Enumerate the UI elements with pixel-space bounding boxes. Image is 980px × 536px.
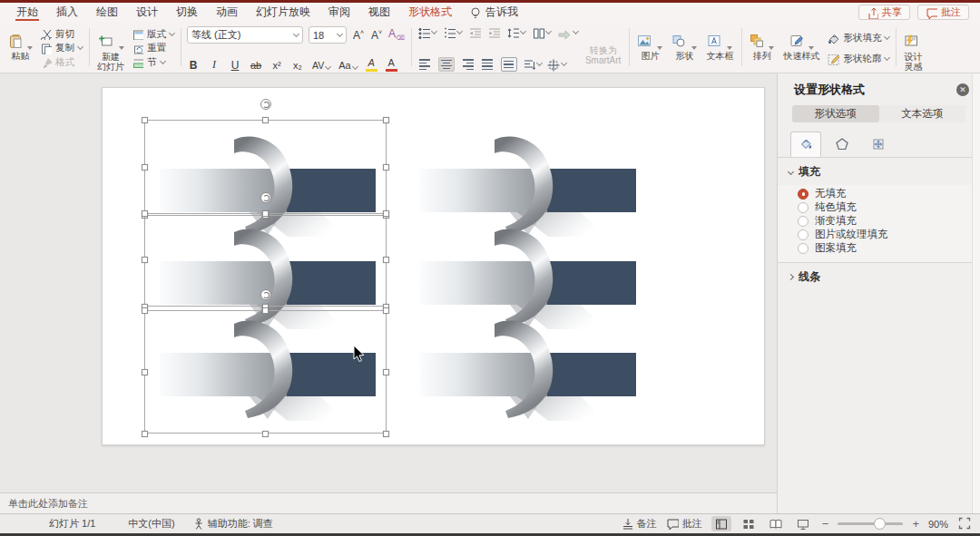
share-button[interactable]: 共享: [858, 5, 910, 20]
highlight-color-button[interactable]: A: [366, 58, 377, 72]
resize-handle[interactable]: [383, 369, 389, 375]
superscript-button[interactable]: x²: [270, 60, 283, 71]
zoom-slider[interactable]: [838, 522, 903, 525]
align-right-button[interactable]: [459, 57, 475, 72]
menu-tab-insert[interactable]: 插入: [47, 3, 87, 22]
arrange-button[interactable]: 排列: [748, 26, 776, 61]
resize-handle[interactable]: [383, 164, 389, 171]
subscript-button[interactable]: x₂: [291, 60, 304, 71]
picture-button[interactable]: 图片: [635, 26, 664, 61]
resize-handle[interactable]: [383, 117, 389, 123]
slide-sorter-button[interactable]: [739, 516, 759, 531]
resize-handle[interactable]: [142, 431, 148, 437]
ribbon-shape-right-3[interactable]: [416, 319, 642, 434]
size-properties-tab[interactable]: [863, 132, 894, 157]
resize-handle[interactable]: [142, 369, 148, 375]
rotate-handle-2[interactable]: [260, 192, 271, 203]
effects-tab[interactable]: [827, 132, 858, 157]
fill-option-picture[interactable]: 图片或纹理填充: [798, 228, 980, 241]
clear-format-button[interactable]: A⌫: [388, 27, 405, 42]
resize-handle[interactable]: [383, 210, 389, 217]
copy-button[interactable]: 复制: [40, 42, 83, 55]
resize-handle[interactable]: [262, 117, 269, 123]
indent-icon[interactable]: [487, 26, 500, 39]
layout-button[interactable]: 版式: [132, 27, 174, 41]
normal-view-button[interactable]: [711, 516, 731, 531]
panel-scrollbar[interactable]: [972, 73, 980, 513]
shape-fill-button[interactable]: 形状填充: [827, 31, 889, 44]
comments-toggle-button[interactable]: 批注: [666, 517, 702, 531]
align-left-button[interactable]: [417, 57, 434, 72]
new-slide-button[interactable]: 新建幻灯片: [95, 26, 126, 72]
resize-handle[interactable]: [383, 431, 389, 437]
language-indicator[interactable]: 中文(中国): [128, 517, 174, 531]
line-section-header[interactable]: 线条: [778, 263, 980, 290]
font-name-combo[interactable]: 等线 (正文): [187, 26, 303, 44]
convert-smartart-button[interactable]: 转换为SmartArt: [583, 26, 622, 72]
change-case-button[interactable]: Aa: [338, 60, 357, 71]
italic-button[interactable]: I: [208, 58, 220, 72]
shapes-button[interactable]: 形状: [670, 26, 699, 61]
fill-option-none[interactable]: 无填充: [798, 187, 980, 200]
notes-toggle-button[interactable]: 备注: [621, 517, 657, 531]
design-ideas-button[interactable]: 设计灵感: [902, 26, 924, 72]
slide-canvas[interactable]: [102, 87, 765, 445]
fill-option-gradient[interactable]: 渐变填充: [798, 214, 980, 228]
rotate-handle-1[interactable]: [260, 99, 271, 110]
zoom-level[interactable]: 90%: [928, 519, 948, 530]
smartart-graphic-button[interactable]: [557, 26, 578, 39]
notes-pane[interactable]: 单击此处添加备注: [0, 492, 777, 513]
justify-button[interactable]: [480, 57, 496, 72]
font-size-combo[interactable]: 18: [309, 26, 347, 44]
menu-tab-slideshow[interactable]: 幻灯片放映: [247, 3, 319, 22]
text-box-button[interactable]: 文本框: [704, 26, 735, 61]
menu-tab-animations[interactable]: 动画: [207, 3, 247, 22]
fill-option-solid[interactable]: 纯色填充: [798, 200, 980, 214]
bold-button[interactable]: B: [187, 59, 200, 72]
line-spacing-button[interactable]: [506, 26, 525, 39]
grow-font-button[interactable]: A˄: [352, 29, 365, 42]
fill-line-tab[interactable]: [790, 132, 821, 157]
char-spacing-button[interactable]: AV: [312, 60, 330, 71]
shrink-font-button[interactable]: A˅: [370, 29, 383, 42]
slideshow-button[interactable]: [793, 516, 813, 531]
bullets-button[interactable]: [417, 26, 436, 39]
accessibility-status[interactable]: 辅助功能: 调查: [208, 517, 273, 531]
quick-styles-button[interactable]: 快速样式: [781, 26, 821, 61]
tell-me[interactable]: 告诉我: [461, 5, 525, 20]
numbering-button[interactable]: [443, 26, 462, 39]
menu-tab-design[interactable]: 设计: [127, 3, 167, 22]
format-painter-button[interactable]: 格式: [40, 55, 83, 69]
resize-handle[interactable]: [142, 117, 148, 123]
font-color-button[interactable]: A: [386, 58, 397, 72]
align-text-button[interactable]: [546, 58, 566, 72]
resize-handle[interactable]: [383, 307, 389, 314]
outdent-icon[interactable]: [468, 26, 481, 39]
menu-tab-draw[interactable]: 绘图: [87, 3, 127, 22]
menu-tab-review[interactable]: 审阅: [319, 3, 359, 22]
strikethrough-button[interactable]: ab: [250, 60, 262, 71]
menu-tab-home[interactable]: 开始: [7, 3, 47, 22]
resize-handle[interactable]: [262, 307, 269, 314]
reset-button[interactable]: 重置: [132, 42, 174, 55]
zoom-in-button[interactable]: +: [912, 517, 919, 531]
rotate-handle-3[interactable]: [260, 289, 271, 300]
resize-handle[interactable]: [262, 210, 269, 217]
menu-tab-transitions[interactable]: 切换: [167, 3, 207, 22]
align-center-button[interactable]: [438, 57, 455, 72]
fit-slide-button[interactable]: [957, 516, 971, 531]
menu-tab-view[interactable]: 视图: [359, 3, 399, 22]
selection-box-3[interactable]: [144, 310, 387, 434]
resize-handle[interactable]: [383, 257, 389, 263]
text-direction-button[interactable]: [522, 58, 542, 72]
shape-outline-button[interactable]: 形状轮廓: [827, 52, 889, 65]
resize-handle[interactable]: [142, 257, 148, 263]
resize-handle[interactable]: [142, 164, 148, 171]
columns-button[interactable]: [532, 26, 551, 39]
comments-button[interactable]: 批注: [917, 5, 969, 20]
distribute-button[interactable]: [501, 57, 517, 72]
underline-button[interactable]: U: [229, 59, 241, 72]
resize-handle[interactable]: [142, 210, 148, 217]
panel-close-icon[interactable]: ✕: [956, 83, 969, 96]
section-button[interactable]: 节: [132, 55, 174, 69]
